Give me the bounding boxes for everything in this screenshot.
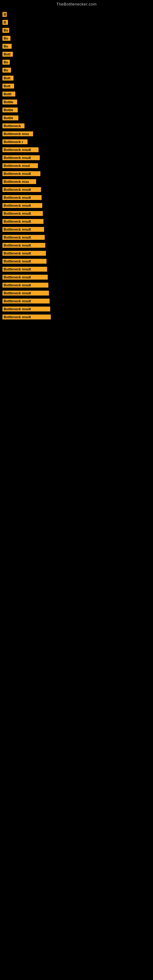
list-item: Bottleneck result <box>0 282 153 289</box>
bottleneck-label: Bottleneck r <box>2 139 27 144</box>
list-item: Bottleneck result <box>0 305 153 313</box>
bottleneck-label: Bottleneck <box>2 123 24 128</box>
list-item: Bottleneck resu <box>0 130 153 137</box>
bottleneck-label: Bott <box>2 76 13 81</box>
bottleneck-label: Bottleneck result <box>2 275 48 280</box>
list-item: Bottle <box>0 114 153 122</box>
bottleneck-label: Bottle <box>2 108 18 112</box>
list-item: Bottleneck result <box>0 146 153 153</box>
bottleneck-label: Bo <box>2 68 11 73</box>
bottleneck-label: B <box>2 12 7 17</box>
bottleneck-label: Bottle <box>2 115 18 120</box>
bottleneck-label: B <box>2 20 8 25</box>
list-item: Bottleneck result <box>0 266 153 273</box>
bottleneck-label: Bott <box>2 52 13 57</box>
list-item: Bott <box>0 83 153 90</box>
bottleneck-label: Bottleneck result <box>2 171 40 176</box>
list-item: Bottleneck result <box>0 218 153 225</box>
list-item: Bottleneck result <box>0 210 153 217</box>
bottleneck-label: Bottleneck result <box>2 251 46 256</box>
bottleneck-label: Bottleneck result <box>2 243 45 248</box>
list-item: Bottleneck result <box>0 258 153 265</box>
bottleneck-label: Bottleneck result <box>2 147 38 152</box>
bottleneck-label: Bottleneck result <box>2 211 43 216</box>
list-item: Bottleneck resu <box>0 178 153 185</box>
list-item: Bottleneck resul <box>0 162 153 169</box>
bottleneck-label: Bottleneck result <box>2 315 51 320</box>
list-item: Bottl <box>0 90 153 98</box>
list-item: Bottleneck result <box>0 274 153 281</box>
bottleneck-label: Bottleneck result <box>2 307 50 312</box>
bottleneck-label: Bottleneck result <box>2 291 49 296</box>
bottleneck-label: Bottleneck result <box>2 155 40 160</box>
bottleneck-label: Bottleneck result <box>2 227 44 232</box>
bottleneck-label: Bottleneck result <box>2 259 46 264</box>
list-item: Bottleneck result <box>0 186 153 193</box>
bottleneck-label: Bo <box>2 28 9 33</box>
bottleneck-label: Bottl <box>2 92 15 97</box>
bottleneck-label: Bottleneck result <box>2 187 41 192</box>
list-item: Bottleneck result <box>0 290 153 297</box>
list-item: Bo <box>0 27 153 34</box>
list-item: Bo <box>0 67 153 74</box>
list-item: Bottleneck r <box>0 138 153 145</box>
list-item: Bo <box>0 35 153 42</box>
bottleneck-label: Bottleneck resu <box>2 179 36 184</box>
bottleneck-label: Bottleneck result <box>2 219 43 224</box>
list-item: Bottle <box>0 106 153 114</box>
bottleneck-label: Bottle <box>2 100 17 105</box>
bottleneck-label: Bottleneck result <box>2 235 45 240</box>
list-item: Bo <box>0 43 153 50</box>
list-item: Bottleneck result <box>0 202 153 209</box>
list-item: Bottleneck result <box>0 313 153 321</box>
list-item: Bottleneck result <box>0 234 153 241</box>
list-item: Bottle <box>0 98 153 106</box>
bottleneck-label: Bottleneck result <box>2 283 48 288</box>
bottleneck-label: Bottleneck result <box>2 267 47 272</box>
bottleneck-label: Bottleneck resul <box>2 163 38 168</box>
bottleneck-label: Bott <box>2 84 14 89</box>
list-item: Bottleneck result <box>0 242 153 249</box>
bottleneck-label: Bottleneck result <box>2 203 42 208</box>
bottleneck-label: Bo <box>2 44 12 49</box>
list-item: Bott <box>0 75 153 82</box>
site-title: TheBottlenecker.com <box>0 0 153 8</box>
bottleneck-label: Bottleneck result <box>2 299 49 304</box>
list-item: B <box>0 19 153 26</box>
list-item: Bottleneck <box>0 122 153 130</box>
list-item: Bottleneck result <box>0 226 153 233</box>
list-item: B <box>0 11 153 18</box>
bottleneck-label: Bottleneck resu <box>2 131 33 136</box>
list-item: Bottleneck result <box>0 250 153 257</box>
list-item: Bott <box>0 51 153 58</box>
bottleneck-label: Bo <box>2 36 10 41</box>
list-item: Bottleneck result <box>0 194 153 201</box>
list-item: Bottleneck result <box>0 298 153 305</box>
bottleneck-label: Bo <box>2 60 10 65</box>
list-item: Bottleneck result <box>0 154 153 161</box>
list-item: Bottleneck result <box>0 170 153 177</box>
list-item: Bo <box>0 59 153 66</box>
bottleneck-label: Bottleneck result <box>2 195 41 200</box>
items-container: BBBoBoBoBottBoBoBottBottBottlBottleBottl… <box>0 8 153 324</box>
